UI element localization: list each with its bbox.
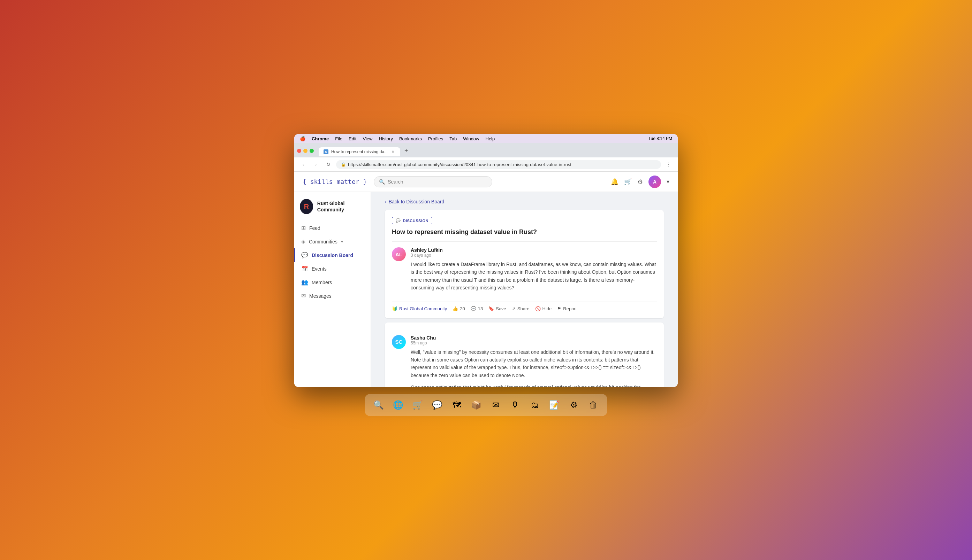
op-author: Ashley Lufkin bbox=[411, 247, 657, 253]
header-icons: 🔔 🛒 ⚙ A ▾ bbox=[611, 175, 669, 188]
members-icon: 👥 bbox=[301, 279, 308, 285]
dock-finder[interactable]: 🔍 bbox=[370, 397, 387, 413]
post-actions: 🔰 Rust Global Community 👍 20 💬 13 bbox=[392, 302, 657, 311]
traffic-lights bbox=[297, 149, 314, 155]
content-area: R Rust Global Community ⊞ Feed ◈ Communi… bbox=[294, 192, 678, 387]
fullscreen-button[interactable] bbox=[310, 149, 314, 153]
save-action[interactable]: 🔖 Save bbox=[489, 306, 506, 311]
forward-button[interactable]: › bbox=[311, 160, 321, 169]
comment-1-para-2: One space optimization that might be use… bbox=[411, 383, 657, 387]
menu-edit[interactable]: Edit bbox=[349, 136, 356, 142]
share-icon: ↗ bbox=[512, 306, 515, 311]
back-chevron-icon: ‹ bbox=[385, 199, 386, 205]
dock-area: 🔍 🌐 🛒 💬 🗺 📦 ✉ 🎙 🗂 📝 ⚙ 🗑 bbox=[294, 387, 678, 426]
search-input[interactable] bbox=[388, 179, 487, 185]
notifications-icon[interactable]: 🔔 bbox=[611, 178, 619, 186]
dock-mail[interactable]: ✉ bbox=[487, 397, 504, 413]
community-logo: R bbox=[300, 199, 313, 214]
address-bar: ‹ › ↻ 🔒 https://skillsmatter.com/rust-gl… bbox=[294, 157, 678, 172]
menu-view[interactable]: View bbox=[363, 136, 372, 142]
dock-notes[interactable]: 📝 bbox=[546, 397, 563, 413]
dock-maps[interactable]: 🗺 bbox=[448, 397, 465, 413]
hide-icon: 🚫 bbox=[535, 306, 541, 311]
share-label: Share bbox=[517, 306, 530, 311]
report-action[interactable]: ⚑ Report bbox=[557, 306, 577, 311]
comment-card-1: SC Sasha Chu 55m ago Well, "value is mis… bbox=[385, 322, 664, 387]
events-icon: 📅 bbox=[301, 265, 308, 272]
user-avatar[interactable]: A bbox=[649, 175, 661, 188]
likes-action[interactable]: 👍 20 bbox=[453, 306, 465, 311]
share-action[interactable]: ↗ Share bbox=[512, 306, 530, 311]
menu-profiles[interactable]: Profiles bbox=[428, 136, 443, 142]
tab-favicon: S bbox=[323, 149, 328, 154]
back-to-discussion-link[interactable]: ‹ Back to Discussion Board bbox=[385, 199, 664, 205]
sidebar-label-feed: Feed bbox=[309, 225, 320, 231]
url-bar[interactable]: 🔒 https://skillsmatter.com/rust-global-c… bbox=[336, 160, 661, 169]
new-tab-button[interactable]: + bbox=[402, 146, 411, 157]
menu-time: Tue 8:14 PM bbox=[649, 136, 672, 141]
main-content: ‹ Back to Discussion Board 💬 DISCUSSION … bbox=[371, 192, 678, 387]
cart-icon[interactable]: 🛒 bbox=[624, 178, 632, 186]
community-tag[interactable]: 🔰 Rust Global Community bbox=[392, 306, 447, 311]
like-icon: 👍 bbox=[453, 306, 458, 311]
tab-close-button[interactable]: ✕ bbox=[390, 149, 395, 154]
sidebar: R Rust Global Community ⊞ Feed ◈ Communi… bbox=[294, 192, 371, 387]
save-icon: 🔖 bbox=[489, 306, 494, 311]
dock-pkg[interactable]: 📦 bbox=[468, 397, 485, 413]
dock-chrome[interactable]: 🌐 bbox=[390, 397, 407, 413]
back-button[interactable]: ‹ bbox=[298, 160, 308, 169]
user-dropdown-icon[interactable]: ▾ bbox=[667, 178, 669, 185]
community-tag-label: Rust Global Community bbox=[399, 306, 447, 311]
menu-tab[interactable]: Tab bbox=[449, 136, 457, 142]
menu-bar: 🍎 Chrome File Edit View History Bookmark… bbox=[294, 134, 678, 143]
hide-action[interactable]: 🚫 Hide bbox=[535, 306, 552, 311]
extensions-button[interactable]: ⋮ bbox=[664, 160, 674, 169]
report-icon: ⚑ bbox=[557, 306, 561, 311]
sidebar-item-discussion-board[interactable]: 💬 Discussion Board bbox=[294, 248, 371, 262]
minimize-button[interactable] bbox=[303, 149, 308, 153]
menu-chrome[interactable]: Chrome bbox=[312, 136, 329, 142]
comment-1-body: Sasha Chu 55m ago Well, "value is missin… bbox=[411, 335, 657, 387]
sidebar-item-events[interactable]: 📅 Events bbox=[294, 262, 371, 275]
dock-files[interactable]: 🗂 bbox=[527, 397, 543, 413]
discussion-badge-label: DISCUSSION bbox=[403, 219, 428, 223]
apple-menu-icon[interactable]: 🍎 bbox=[300, 136, 305, 142]
hide-label: Hide bbox=[542, 306, 552, 311]
comments-action[interactable]: 💬 13 bbox=[471, 306, 483, 311]
menu-bookmarks[interactable]: Bookmarks bbox=[399, 136, 422, 142]
sidebar-label-discussion-board: Discussion Board bbox=[312, 252, 353, 258]
search-bar[interactable]: 🔍 bbox=[374, 176, 492, 187]
dock-preferences[interactable]: ⚙ bbox=[565, 397, 582, 413]
community-header: R Rust Global Community bbox=[294, 199, 371, 221]
likes-count: 20 bbox=[460, 306, 465, 311]
sidebar-item-communities[interactable]: ◈ Communities ▾ bbox=[294, 235, 371, 248]
discussion-badge: 💬 DISCUSSION bbox=[392, 217, 432, 224]
menu-window[interactable]: Window bbox=[463, 136, 479, 142]
dock-podcasts[interactable]: 🎙 bbox=[507, 397, 524, 413]
communities-icon: ◈ bbox=[301, 238, 305, 245]
sidebar-item-feed[interactable]: ⊞ Feed bbox=[294, 221, 371, 235]
sidebar-label-communities: Communities bbox=[309, 239, 338, 245]
menu-file[interactable]: File bbox=[335, 136, 342, 142]
report-label: Report bbox=[563, 306, 577, 311]
community-tag-icon: 🔰 bbox=[392, 306, 397, 311]
sidebar-item-members[interactable]: 👥 Members bbox=[294, 275, 371, 289]
communities-expand-icon: ▾ bbox=[341, 239, 343, 244]
dock-appstore[interactable]: 🛒 bbox=[409, 397, 426, 413]
comment-1-author: Sasha Chu bbox=[411, 335, 657, 341]
op-time: 3 days ago bbox=[411, 253, 657, 258]
site-layout: { skills matter } 🔍 🔔 🛒 ⚙ A ▾ bbox=[294, 172, 678, 387]
comment-1: SC Sasha Chu 55m ago Well, "value is mis… bbox=[392, 330, 657, 387]
menu-history[interactable]: History bbox=[379, 136, 393, 142]
discussion-title: How to represent missing dataset value i… bbox=[392, 228, 657, 236]
menu-help[interactable]: Help bbox=[486, 136, 495, 142]
browser-tab[interactable]: S How to represent missing da... ✕ bbox=[319, 147, 400, 157]
settings-icon[interactable]: ⚙ bbox=[637, 178, 643, 186]
dock-messages[interactable]: 💬 bbox=[429, 397, 445, 413]
reload-button[interactable]: ↻ bbox=[323, 160, 333, 169]
discussion-icon: 💬 bbox=[301, 252, 308, 258]
site-logo[interactable]: { skills matter } bbox=[303, 178, 367, 185]
sidebar-item-messages[interactable]: ✉ Messages bbox=[294, 289, 371, 303]
close-button[interactable] bbox=[297, 149, 301, 153]
dock-trash[interactable]: 🗑 bbox=[585, 397, 602, 413]
